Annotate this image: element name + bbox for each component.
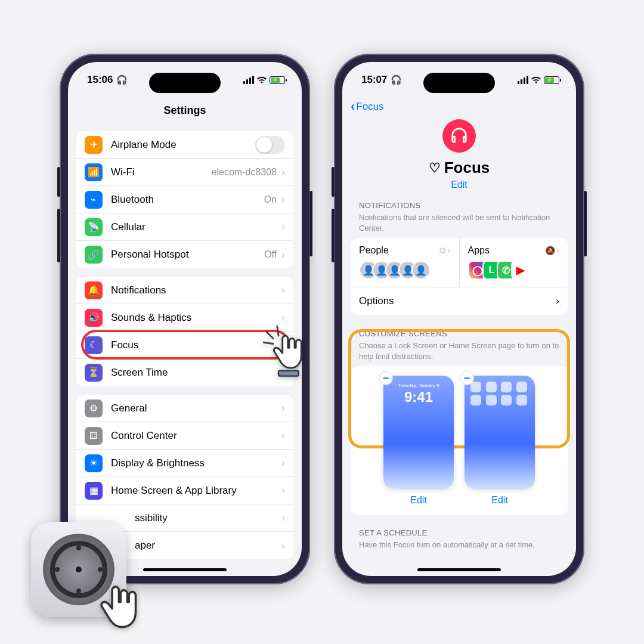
row-value: On	[264, 194, 277, 205]
dynamic-island	[149, 73, 221, 93]
row-label: Cellular	[111, 221, 277, 233]
chevron-right-icon: ›	[556, 246, 559, 255]
customize-desc: Choose a Lock Screen or Home Screen page…	[342, 340, 576, 366]
chevron-right-icon: ›	[281, 249, 285, 261]
svg-line-2	[277, 326, 278, 336]
settings-row-cellular[interactable]: 📡Cellular›	[76, 213, 293, 241]
clock: 15:07	[361, 74, 387, 86]
row-label: Focus	[111, 339, 277, 351]
headphones-icon: 🎧	[391, 75, 402, 85]
app-icons: ◯ L ✆ ▶	[468, 261, 560, 280]
airplane-icon: ✈	[85, 136, 103, 154]
home-indicator	[417, 568, 501, 571]
page-title: Settings	[163, 104, 206, 117]
row-label: Sounds & Haptics	[111, 312, 277, 324]
settings-row-airplane-mode[interactable]: ✈Airplane Mode	[76, 131, 293, 159]
home-screen-preview[interactable]: − Edit	[465, 376, 535, 506]
people-cell[interactable]: People⚙› 👤👤👤👤👤	[351, 238, 460, 287]
settings-row-screen-time[interactable]: ⏳Screen Time›	[76, 359, 293, 386]
chevron-right-icon: ›	[281, 402, 285, 414]
bell-slash-icon: 🔕	[545, 246, 555, 255]
back-button[interactable]: ‹ Focus	[351, 100, 384, 113]
sun-icon: ☀	[85, 454, 103, 472]
clock: 15:06	[87, 74, 113, 86]
row-value: elecom-dc8308	[212, 167, 277, 178]
phone-left: 15:06 🎧 ⚡ Settings ✈Airplane Mode📶Wi-Fie…	[60, 54, 310, 584]
chevron-right-icon: ›	[281, 284, 285, 296]
edit-home-button[interactable]: Edit	[491, 495, 508, 506]
focus-mode-icon	[442, 119, 476, 153]
row-label: Control Center	[111, 430, 277, 442]
phone-right: 15:07 🎧 ⚡ ‹ Focus ♡ Focus	[334, 54, 584, 584]
chevron-right-icon: ›	[281, 457, 285, 469]
signal-icon	[243, 76, 254, 84]
row-value: Off	[264, 249, 277, 260]
people-avatars: 👤👤👤👤👤	[359, 261, 451, 280]
screen-focus: 15:07 🎧 ⚡ ‹ Focus ♡ Focus	[342, 62, 576, 576]
battery-icon: ⚡	[270, 76, 285, 84]
row-label: Screen Time	[111, 367, 277, 379]
customize-header: CUSTOMIZE SCREENS	[342, 315, 576, 340]
gear-small-icon: ⚙	[439, 246, 447, 255]
chevron-right-icon: ›	[281, 540, 285, 552]
settings-row-display-brightness[interactable]: ☀Display & Brightness›	[76, 450, 293, 477]
notifications-header: NOTIFICATIONS	[342, 190, 576, 212]
bell-icon: 🔔	[85, 281, 103, 299]
svg-rect-3	[278, 371, 299, 376]
chevron-right-icon: ›	[281, 166, 285, 178]
hourglass-icon: ⏳	[85, 364, 103, 382]
settings-row-wi-fi[interactable]: 📶Wi-Fielecom-dc8308›	[76, 159, 293, 186]
row-label: General	[111, 402, 277, 414]
chevron-right-icon: ›	[281, 311, 285, 324]
screen-settings: 15:06 🎧 ⚡ Settings ✈Airplane Mode📶Wi-Fie…	[68, 62, 302, 576]
settings-row-control-center[interactable]: ⚃Control Center›	[76, 422, 293, 450]
switches-icon: ⚃	[85, 427, 103, 445]
navbar: Settings	[68, 98, 302, 123]
edit-focus-button[interactable]: Edit	[451, 179, 467, 190]
dynamic-island	[423, 73, 495, 93]
tap-hand-icon	[95, 578, 149, 632]
gear-icon: ⚙	[85, 400, 103, 417]
moon-icon: ☾	[85, 336, 103, 354]
chevron-right-icon: ›	[281, 484, 285, 497]
row-label: Airplane Mode	[111, 139, 255, 151]
focus-title: ♡ Focus	[342, 159, 576, 177]
settings-row-bluetooth[interactable]: ⌁BluetoothOn›	[76, 186, 293, 213]
chevron-right-icon: ›	[281, 512, 285, 524]
tap-hand-icon	[262, 325, 316, 379]
airplane-toggle[interactable]	[255, 136, 285, 154]
settings-row-personal-hotspot[interactable]: 🔗Personal HotspotOff›	[76, 241, 293, 268]
schedule-header: SET A SCHEDULE	[342, 515, 576, 540]
heart-icon: ♡	[429, 160, 441, 176]
settings-row-notifications[interactable]: 🔔Notifications›	[76, 277, 293, 304]
wifi-icon	[256, 76, 267, 84]
cellular-icon: 📡	[85, 218, 103, 236]
hotspot-icon: 🔗	[85, 246, 103, 264]
notifications-desc: Notifications that are silenced will be …	[342, 212, 576, 238]
back-label: Focus	[356, 101, 383, 113]
options-row[interactable]: Options ›	[351, 287, 568, 315]
row-label: Wi-Fi	[111, 166, 212, 178]
row-label: Notifications	[111, 284, 277, 296]
row-label: Bluetooth	[111, 194, 264, 206]
home-indicator	[143, 568, 227, 571]
settings-row-general[interactable]: ⚙General›	[76, 395, 293, 422]
svg-line-1	[264, 342, 273, 343]
row-label: Home Screen & App Library	[111, 485, 277, 497]
apps-cell[interactable]: Apps🔕› ◯ L ✆ ▶	[460, 238, 568, 287]
row-label: Personal Hotspot	[111, 249, 264, 261]
settings-row-focus[interactable]: ☾Focus›	[76, 332, 293, 359]
svg-line-0	[267, 332, 273, 338]
chevron-right-icon: ›	[448, 246, 451, 255]
grid-icon: ▦	[85, 482, 103, 500]
lock-screen-preview[interactable]: − Tuesday, January 9 9:41 Edit	[383, 376, 454, 506]
youtube-icon: ▶	[511, 261, 530, 280]
settings-row-home-screen-app-library[interactable]: ▦Home Screen & App Library›	[76, 477, 293, 504]
chevron-right-icon: ›	[281, 429, 285, 442]
edit-lock-button[interactable]: Edit	[410, 495, 427, 506]
signal-icon	[518, 76, 528, 84]
chevron-left-icon: ‹	[351, 100, 355, 113]
settings-row-sounds-haptics[interactable]: 🔊Sounds & Haptics›	[76, 304, 293, 332]
headphones-icon: 🎧	[116, 75, 128, 85]
battery-icon: ⚡	[544, 76, 559, 84]
